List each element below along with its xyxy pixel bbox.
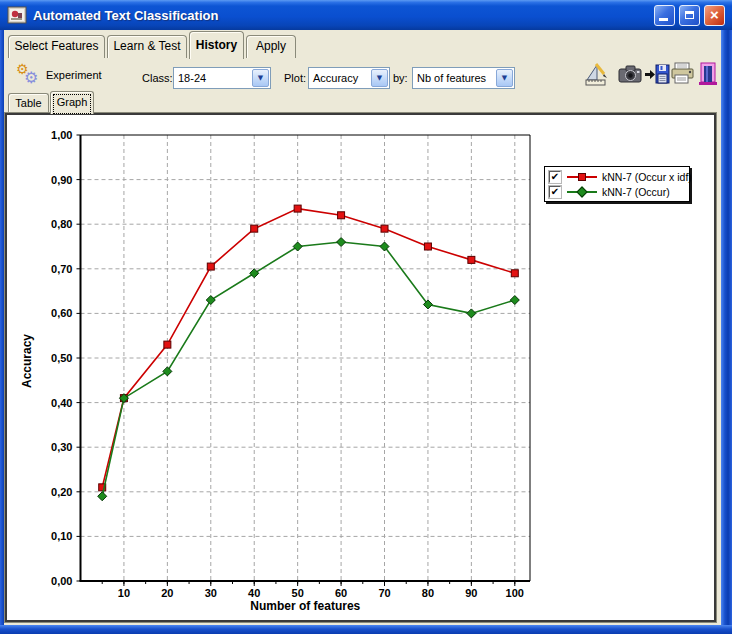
camera-icon[interactable] — [617, 60, 643, 88]
minimize-icon — [659, 18, 668, 21]
window-title: Automated Text Classification — [33, 8, 218, 23]
close-button[interactable]: × — [704, 5, 725, 26]
legend-row: ✔ kNN-7 (Occur x idf) — [548, 169, 686, 184]
plot-combobox-value: Accuracy — [309, 72, 371, 84]
series-sample-line — [567, 172, 597, 181]
plot-label: Plot: — [284, 72, 306, 84]
maximize-icon — [685, 11, 694, 19]
app-window: Automated Text Classification × Select F… — [0, 0, 732, 634]
exit-icon[interactable] — [696, 60, 722, 88]
print-icon[interactable] — [669, 60, 695, 88]
series-sample-line — [567, 187, 597, 196]
plot-combobox[interactable]: Accuracy ▼ — [308, 67, 390, 89]
by-label: by: — [393, 72, 408, 84]
class-combobox-value: 18-24 — [174, 72, 252, 84]
app-icon — [7, 5, 27, 25]
experiment-label: Experiment — [46, 69, 102, 81]
class-label: Class: — [142, 72, 173, 84]
series-checkbox[interactable]: ✔ — [549, 171, 561, 183]
tab-select-features[interactable]: Select Features — [8, 35, 105, 58]
series-label: kNN-7 (Occur) — [602, 186, 670, 198]
series-label: kNN-7 (Occur x idf) — [602, 171, 692, 183]
tab-learn-and-test[interactable]: Learn & Test — [107, 35, 187, 58]
gears-icon: ⚙⚙ — [16, 62, 42, 88]
tab-table-view[interactable]: Table — [8, 93, 49, 114]
by-combobox[interactable]: Nb of features ▼ — [412, 67, 515, 89]
chart-edit-icon[interactable] — [583, 60, 609, 88]
tab-apply[interactable]: Apply — [246, 35, 296, 58]
legend-row: ✔ kNN-7 (Occur) — [548, 184, 686, 199]
maximize-button[interactable] — [679, 5, 700, 26]
minimize-button[interactable] — [654, 5, 675, 26]
chevron-down-icon[interactable]: ▼ — [371, 69, 388, 87]
chevron-down-icon[interactable]: ▼ — [496, 69, 513, 87]
window-border-left — [0, 30, 4, 634]
chart-legend: ✔ kNN-7 (Occur x idf) ✔ kNN-7 (Occur) — [544, 166, 690, 202]
by-combobox-value: Nb of features — [413, 72, 496, 84]
diamond-marker-icon — [576, 186, 587, 197]
tab-graph-label: Graph — [57, 96, 88, 108]
class-combobox[interactable]: 18-24 ▼ — [173, 67, 271, 89]
series-checkbox[interactable]: ✔ — [549, 186, 561, 198]
window-border-bottom — [0, 625, 732, 634]
save-export-icon[interactable] — [644, 60, 670, 88]
experiment-button[interactable]: ⚙⚙ Experiment — [16, 61, 102, 89]
title-bar[interactable]: Automated Text Classification — [0, 0, 732, 30]
tab-history[interactable]: History — [189, 31, 244, 59]
tab-graph-view[interactable]: Graph — [50, 91, 94, 114]
chevron-down-icon[interactable]: ▼ — [252, 69, 269, 87]
square-marker-icon — [578, 173, 586, 181]
window-border-right — [721, 30, 732, 634]
close-icon: × — [705, 6, 724, 25]
